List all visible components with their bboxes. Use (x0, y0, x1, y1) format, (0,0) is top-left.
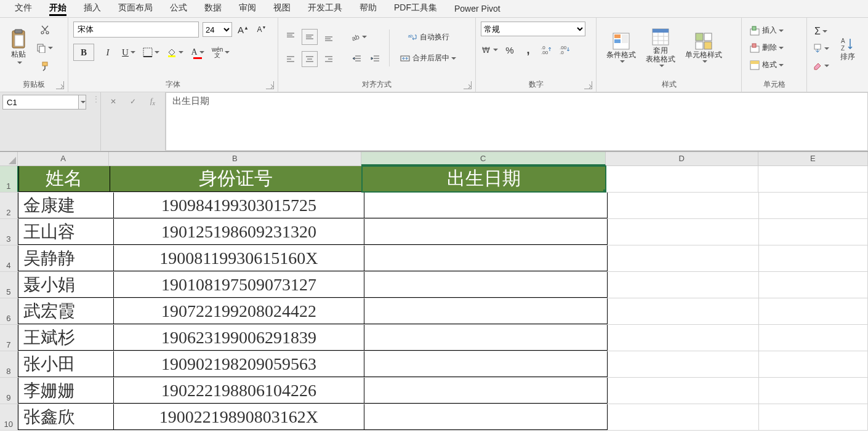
cell-E4[interactable] (759, 245, 868, 271)
cell-A8[interactable]: 张小田 (18, 351, 114, 377)
cell-B7[interactable]: 190623199006291839 (114, 325, 364, 351)
worksheet-grid[interactable]: ABCDE 1姓名身份证号出生日期2金康建1909841993030157253… (0, 151, 868, 446)
cell-D1[interactable] (606, 166, 758, 192)
align-middle-button[interactable] (302, 29, 318, 45)
cell-A7[interactable]: 王斌杉 (18, 325, 114, 351)
orientation-button[interactable]: ab (350, 30, 368, 44)
decrease-decimal-button[interactable]: .00.0 (558, 42, 573, 57)
tab-公式[interactable]: 公式 (161, 0, 196, 17)
cell-E5[interactable] (759, 272, 868, 298)
row-header-9[interactable]: 9 (0, 378, 18, 404)
cell-B6[interactable]: 190722199208024422 (114, 298, 364, 324)
accounting-format-button[interactable]: ₩ (481, 42, 499, 57)
delete-cells-button[interactable]: 删除 (747, 41, 787, 55)
cell-D7[interactable] (608, 325, 759, 351)
row-header-6[interactable]: 6 (0, 298, 18, 324)
cell-A6[interactable]: 武宏霞 (18, 298, 114, 324)
cell-A1[interactable]: 姓名 (18, 166, 110, 192)
tab-数据[interactable]: 数据 (196, 0, 230, 17)
cut-button[interactable] (36, 22, 54, 37)
tab-开始[interactable]: 开始 (41, 0, 75, 17)
row-header-8[interactable]: 8 (0, 351, 18, 377)
cell-A4[interactable]: 吴静静 (18, 245, 114, 271)
number-format-select[interactable]: 常规 (481, 22, 585, 36)
row-header-3[interactable]: 3 (0, 219, 18, 245)
row-header-2[interactable]: 2 (0, 193, 18, 218)
cell-D3[interactable] (608, 219, 759, 245)
cell-C10[interactable] (364, 404, 608, 430)
cell-B8[interactable]: 190902198209059563 (114, 351, 364, 377)
cell-A10[interactable]: 张鑫欣 (18, 404, 114, 430)
enter-formula-button[interactable]: ✓ (126, 95, 140, 108)
increase-decimal-button[interactable]: .0.00 (539, 42, 554, 57)
cell-C4[interactable] (364, 245, 608, 271)
row-header-10[interactable]: 10 (0, 404, 18, 430)
cell-E9[interactable] (759, 378, 868, 404)
cell-B1[interactable]: 身份证号 (110, 166, 362, 192)
cell-D10[interactable] (608, 404, 759, 430)
cell-A3[interactable]: 王山容 (18, 219, 114, 245)
cell-C2[interactable] (364, 193, 608, 218)
align-right-button[interactable] (321, 52, 336, 66)
tab-插入[interactable]: 插入 (75, 0, 110, 17)
cell-A9[interactable]: 李姗姗 (18, 378, 114, 404)
wrap-text-button[interactable]: ab 自动换行 (396, 30, 460, 45)
cell-C8[interactable] (364, 351, 608, 377)
align-left-button[interactable] (283, 52, 298, 66)
comma-button[interactable]: , (521, 42, 536, 57)
tab-视图[interactable]: 视图 (265, 0, 299, 17)
insert-cells-button[interactable]: 插入 (747, 23, 787, 38)
underline-button[interactable]: U (121, 45, 136, 60)
conditional-format-button[interactable]: 条件格式 (601, 30, 641, 66)
tab-文件[interactable]: 文件 (6, 0, 41, 17)
phonetic-button[interactable]: wén文 (211, 45, 230, 60)
cell-B4[interactable]: 19008119930615160X (114, 245, 364, 271)
border-button[interactable] (142, 45, 160, 60)
name-box-dropdown[interactable] (79, 95, 86, 110)
cell-E2[interactable] (759, 193, 868, 218)
align-center-button[interactable] (302, 51, 318, 67)
cancel-formula-button[interactable]: ✕ (106, 95, 121, 108)
increase-indent-button[interactable] (368, 52, 383, 66)
paste-button[interactable]: 粘贴 (5, 26, 32, 70)
copy-button[interactable] (36, 41, 54, 55)
tab-帮助[interactable]: 帮助 (351, 0, 385, 17)
formula-input[interactable]: 出生日期 (166, 92, 868, 151)
align-dialog-launcher[interactable] (464, 81, 472, 89)
row-header-7[interactable]: 7 (0, 325, 18, 351)
column-header-C[interactable]: C (361, 152, 606, 165)
format-cells-button[interactable]: 格式 (747, 58, 787, 73)
select-all-button[interactable] (0, 152, 18, 165)
cell-C1[interactable]: 出生日期 (362, 166, 606, 192)
font-dialog-launcher[interactable] (266, 81, 274, 89)
autosum-button[interactable]: Σ (812, 24, 830, 39)
tab-Power Pivot[interactable]: Power Pivot (446, 0, 509, 17)
fill-button[interactable] (812, 41, 830, 56)
tab-PDF工具集[interactable]: PDF工具集 (385, 0, 446, 17)
font-size-select[interactable]: 24 (203, 22, 232, 37)
row-header-1[interactable]: 1 (0, 166, 18, 192)
cell-E6[interactable] (759, 298, 868, 324)
cell-B3[interactable]: 190125198609231320 (114, 219, 364, 245)
cell-C9[interactable] (364, 378, 608, 404)
cell-E10[interactable] (759, 404, 868, 430)
column-header-B[interactable]: B (109, 152, 361, 165)
font-name-input[interactable] (73, 22, 199, 38)
align-top-button[interactable] (283, 30, 298, 44)
cell-D2[interactable] (608, 193, 759, 218)
tab-审阅[interactable]: 审阅 (230, 0, 265, 17)
cell-C6[interactable] (364, 298, 608, 324)
clipboard-dialog-launcher[interactable] (56, 81, 64, 89)
decrease-font-button[interactable]: A▼ (254, 22, 269, 37)
align-bottom-button[interactable] (321, 30, 336, 44)
cell-C5[interactable] (364, 272, 608, 298)
cell-E8[interactable] (759, 351, 868, 377)
tab-开发工具[interactable]: 开发工具 (299, 0, 351, 17)
name-box[interactable] (2, 95, 79, 110)
percent-button[interactable]: % (502, 42, 517, 57)
bold-button[interactable]: B (73, 44, 94, 61)
cell-A5[interactable]: 聂小娟 (18, 272, 114, 298)
sort-filter-button[interactable]: AZ 排序 (835, 34, 861, 63)
cell-B9[interactable]: 190222198806104226 (114, 378, 364, 404)
cell-D8[interactable] (608, 351, 759, 377)
